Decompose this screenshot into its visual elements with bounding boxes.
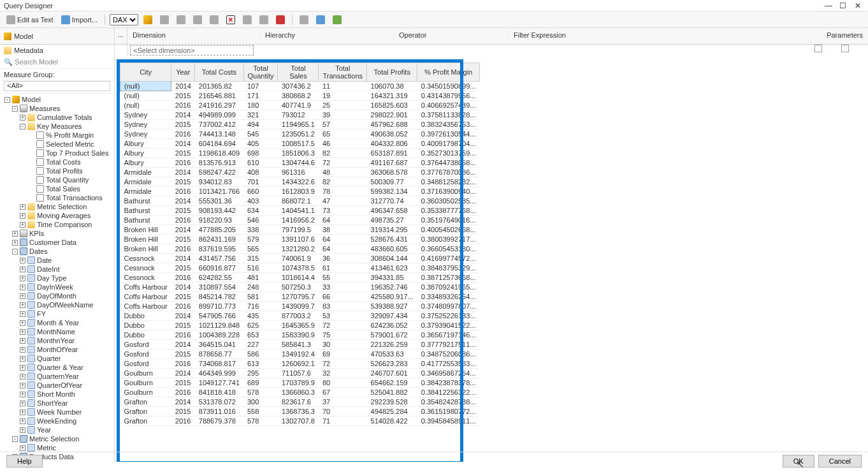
expand-toggle[interactable]: + [20,276,25,281]
language-select[interactable]: DAX [110,14,138,26]
table-row[interactable]: (null)2014201365.82107307436.211106070.3… [120,82,480,91]
tree-node[interactable]: +MonthName [0,327,114,336]
table-row[interactable]: Grafton2014531378.072300823617.637292239… [120,397,480,407]
expand-toggle[interactable]: + [20,284,25,290]
expand-toggle[interactable]: + [20,392,25,397]
table-row[interactable]: Coffs Harbour2014310897.554248507250.333… [120,283,480,292]
model-browse-button[interactable]: ... [115,28,127,44]
table-row[interactable]: Goulburn2016841818.4185781366860.3675250… [120,388,480,397]
param-check-2[interactable] [841,45,849,52]
tree-node[interactable]: +Quarter [0,354,114,363]
expand-toggle[interactable]: - [12,106,18,112]
tree-node[interactable]: -Model [0,95,114,104]
expand-toggle[interactable]: + [12,231,18,237]
tree-node[interactable]: Total Quantity [0,175,114,184]
tree-node[interactable]: Top 7 Product Sales [0,149,114,158]
expand-toggle[interactable]: + [20,338,25,344]
expand-toggle[interactable]: + [20,311,25,317]
table-row[interactable]: (null)2016241916.297180407741.925165825.… [120,101,480,110]
tree-node[interactable]: +Short Month [0,390,114,399]
tree-node[interactable]: +Month & Year [0,318,114,327]
table-row[interactable]: Cessnock2014431457.756315740061.93630860… [120,254,480,263]
expand-toggle[interactable]: + [20,302,25,308]
expand-toggle[interactable]: + [20,374,25,380]
tb-icon-6[interactable] [224,14,238,26]
column-header[interactable]: Total Quantity [243,63,278,82]
expand-toggle[interactable]: + [20,222,25,228]
tree-node[interactable]: +Customer Data [0,238,114,247]
table-row[interactable]: Dubbo2014547905.766435877003.253329097.4… [120,311,480,321]
tree-node[interactable]: +QuarternYear [0,372,114,381]
table-row[interactable]: Albury2016813576.9136101304744.672491167… [120,158,480,168]
tb-icon-3[interactable] [174,14,188,26]
table-row[interactable]: Goulburn2014464349.999295711057.63224670… [120,369,480,378]
expand-toggle[interactable]: + [20,213,25,219]
table-row[interactable]: Broken Hill2015862431.1695791391107.6645… [120,235,480,244]
table-row[interactable]: Goulburn20151049127.7416891703789.980654… [120,378,480,388]
table-row[interactable]: Grafton2016788679.3785781302707.87151402… [120,417,480,426]
tb-icon-5[interactable] [207,14,221,26]
table-row[interactable]: Cessnock2015660916.8775161074378.5614134… [120,263,480,273]
tree-node[interactable]: +DayInWeek [0,283,114,291]
tree-node[interactable]: -Key Measures [0,122,114,131]
metadata-tab[interactable]: Metadata [0,45,115,56]
tree-node[interactable]: +Moving Averages [0,211,114,220]
close-button[interactable]: ✕ [851,1,864,10]
tree-node[interactable]: +WeekEnding [0,417,114,425]
tb-icon-7[interactable] [240,14,254,26]
column-header[interactable]: Total Costs [195,63,243,82]
column-header[interactable]: City [120,63,171,82]
tree-node[interactable]: -Dates [0,247,114,256]
tb-icon-12[interactable] [330,14,344,26]
expand-toggle[interactable]: + [20,365,25,371]
tree-node[interactable]: +KPIs [0,229,114,238]
expand-toggle[interactable]: + [20,258,25,263]
tree-node[interactable]: +DateInt [0,265,114,274]
table-row[interactable]: Bathurst2016918220.935461416956.26449873… [120,216,480,225]
table-row[interactable]: Sydney2015737002.4124941194965.157457962… [120,120,480,129]
expand-toggle[interactable]: + [20,204,25,210]
tree-node[interactable]: Total Costs [0,158,114,166]
table-row[interactable]: Coffs Harbour2016899710.7737161439099.78… [120,302,480,311]
table-row[interactable]: Gosford2015878658.775861349192.469470533… [120,350,480,359]
minimize-button[interactable]: — [822,1,835,10]
expand-toggle[interactable]: + [20,418,25,424]
tree-node[interactable]: Selected Metric [0,140,114,149]
table-row[interactable]: Grafton2015873911.0165581368736.37049482… [120,407,480,417]
expand-toggle[interactable]: + [20,293,25,299]
table-row[interactable]: Armidale2014598247.42240896131648363068.… [120,168,480,177]
expand-toggle[interactable]: + [20,401,25,406]
table-row[interactable]: Bathurst2015908193.4426341404541.1734963… [120,206,480,216]
column-header[interactable]: Total Sales [278,63,319,82]
tree-node[interactable]: Total Profits [0,166,114,175]
results-grid[interactable]: CityYearTotal CostsTotal QuantityTotal S… [120,63,480,426]
expand-toggle[interactable]: + [20,267,25,272]
expand-toggle[interactable]: + [20,320,25,326]
tree-node[interactable]: +Metric Selection [0,202,114,211]
tree-node[interactable]: +Quarter & Year [0,363,114,372]
tree-node[interactable]: Total Transactions [0,193,114,202]
table-row[interactable]: Sydney2014494989.09932179301239298022.90… [120,110,480,120]
tree-node[interactable]: +ShortYear [0,399,114,408]
table-row[interactable]: Dubbo20151021129.8486251645365.972624236… [120,321,480,330]
search-input[interactable]: 🔍 Search Model [0,56,114,69]
tree-node[interactable]: +Week Number [0,408,114,417]
table-row[interactable]: Dubbo20161004389.2286531583390.975579001… [120,330,480,340]
param-check-1[interactable] [814,45,822,52]
expand-toggle[interactable]: - [12,436,18,442]
expand-toggle[interactable]: - [20,124,25,129]
table-row[interactable]: Sydney2016744413.1485451235051.265490638… [120,129,480,139]
expand-toggle[interactable]: - [12,249,18,254]
tree-node[interactable]: +Year [0,425,114,434]
tb-icon-1[interactable] [141,14,155,26]
column-header[interactable]: Year [171,63,195,82]
expand-toggle[interactable]: + [20,356,25,362]
table-row[interactable]: Albury20151198618.4096981851806.38265318… [120,149,480,158]
help-button[interactable]: Help [6,455,43,468]
tb-icon-11[interactable] [314,14,328,26]
expand-toggle[interactable]: + [20,427,25,433]
expand-toggle[interactable]: + [20,115,25,121]
table-row[interactable]: Broken Hill2016837619.5955651321280.2644… [120,244,480,254]
tb-icon-9[interactable] [273,14,287,26]
import-button[interactable]: Import... [59,14,100,26]
